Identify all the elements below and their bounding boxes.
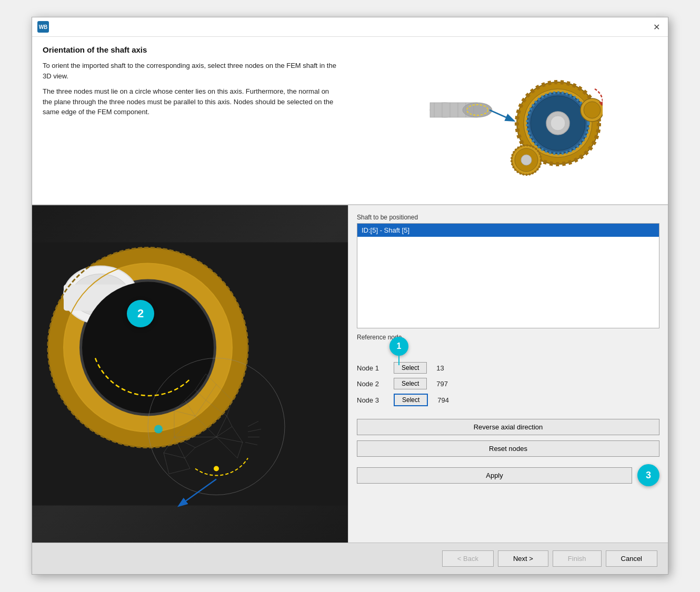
instruction-paragraph-2: The three nodes must lie on a circle who…	[43, 86, 337, 117]
node1-value: 13	[436, 364, 444, 372]
cancel-button[interactable]: Cancel	[606, 550, 657, 567]
back-button[interactable]: < Back	[442, 550, 494, 567]
close-button[interactable]: ✕	[650, 21, 663, 33]
shaft-list: ID:[5] - Shaft [5]	[357, 223, 659, 328]
svg-point-24	[584, 102, 601, 118]
svg-point-76	[154, 425, 163, 434]
node2-select-button[interactable]: Select	[394, 378, 427, 389]
wb-icon: WB	[37, 21, 49, 33]
viewport-background: 2	[32, 205, 348, 543]
svg-line-9	[489, 110, 513, 121]
main-gear-assembly	[512, 82, 603, 175]
instructions-text: Orientation of the shaft axis To orient …	[43, 45, 337, 196]
reverse-axial-button[interactable]: Reverse axial direction	[357, 419, 659, 435]
reset-nodes-button[interactable]: Reset nodes	[357, 440, 659, 457]
bottom-section: 2 Shaft to be positioned ID:[5] - Shaft …	[32, 205, 668, 543]
title-bar: WB ✕	[32, 17, 668, 37]
node3-select-button[interactable]: Select	[394, 394, 428, 406]
node1-row: 1 Node 1 Select 13	[357, 360, 659, 376]
top-section: Orientation of the shaft axis To orient …	[32, 37, 668, 205]
nav-bar: < Back Next > Finish Cancel	[32, 543, 668, 574]
step-3-badge: 3	[637, 464, 659, 486]
shaft-list-item[interactable]: ID:[5] - Shaft [5]	[357, 224, 659, 237]
node3-label: Node 3	[357, 396, 388, 404]
svg-point-36	[82, 282, 214, 414]
step-1-callout: 1	[389, 337, 408, 365]
node1-label: Node 1	[357, 364, 388, 372]
instruction-paragraph-1: To orient the imported shaft to the corr…	[43, 61, 337, 81]
shaft-section-label: Shaft to be positioned	[357, 214, 659, 221]
node2-value: 797	[436, 380, 448, 388]
viewport-panel: 2	[32, 205, 348, 543]
svg-point-18	[551, 116, 565, 131]
node2-label: Node 2	[357, 380, 388, 388]
next-button[interactable]: Next >	[498, 550, 548, 567]
node3-value: 794	[437, 396, 449, 404]
main-dialog: WB ✕ Orientation of the shaft axis To or…	[32, 17, 668, 575]
gear-assembly-svg	[403, 52, 603, 189]
step-1-badge: 1	[389, 337, 408, 356]
reference-node-section: Reference node 1 Node 1 Select 13 No	[357, 334, 659, 408]
step-2-badge: 2	[127, 300, 154, 327]
node3-row: Node 3 Select 794	[357, 392, 659, 408]
gear-assembly-image	[348, 45, 657, 196]
apply-button[interactable]: Apply	[357, 467, 632, 484]
svg-point-75	[214, 466, 219, 471]
shaft-section: Shaft to be positioned ID:[5] - Shaft [5…	[357, 214, 659, 328]
dialog-title: Orientation of the shaft axis	[43, 45, 337, 54]
finish-button[interactable]: Finish	[553, 550, 602, 567]
node2-row: Node 2 Select 797	[357, 376, 659, 392]
shaft-shape	[430, 103, 513, 121]
right-panel: Shaft to be positioned ID:[5] - Shaft [5…	[348, 205, 668, 543]
svg-point-22	[521, 155, 532, 165]
apply-row: Apply 3	[357, 464, 659, 486]
title-bar-left: WB	[37, 21, 49, 33]
callout-line-1	[398, 356, 399, 365]
viewport-svg	[32, 205, 348, 543]
